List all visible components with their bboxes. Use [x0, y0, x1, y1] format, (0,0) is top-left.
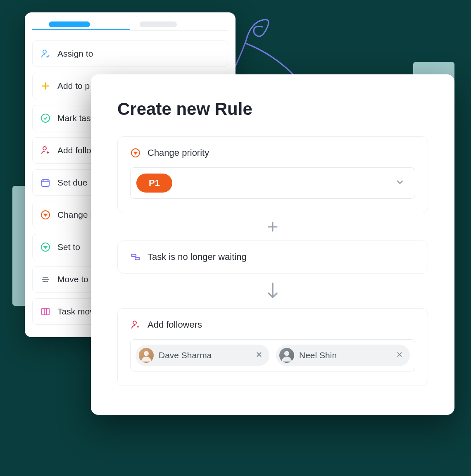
block-label: Add followers [147, 319, 202, 330]
chip-label: Dave Sharma [159, 350, 212, 360]
action-label: Add to p [57, 81, 90, 91]
chevron-down-icon [395, 177, 405, 189]
condition-block[interactable]: Task is no longer waiting [117, 240, 428, 274]
action-label: Mark tas [57, 113, 91, 123]
condition-label: Task is no longer waiting [147, 252, 247, 262]
priority-icon [40, 209, 51, 220]
add-followers-block: Add followers Dave Sharma Neel Shin [117, 308, 428, 386]
tabs-row [32, 21, 228, 27]
action-label: Change p [57, 210, 95, 220]
action-label: Assign to [57, 49, 93, 59]
svg-rect-9 [135, 257, 140, 259]
user-plus-icon [130, 319, 141, 330]
svg-rect-3 [42, 180, 49, 186]
waiting-icon [130, 252, 141, 262]
svg-point-2 [43, 147, 46, 150]
board-icon [40, 306, 51, 317]
chip-label: Neel Shin [299, 350, 337, 360]
flow-arrow-icon [117, 274, 428, 308]
followers-input[interactable]: Dave Sharma Neel Shin [130, 339, 415, 371]
block-label: Change priority [147, 148, 209, 158]
tab-active[interactable] [49, 21, 90, 27]
svg-point-11 [144, 351, 149, 356]
create-rule-panel: Create new Rule Change priority P1 [91, 74, 454, 415]
block-header-priority: Change priority [130, 148, 415, 158]
action-label: Set to [57, 242, 80, 252]
action-label: Set due [57, 178, 87, 188]
dropdown-circle-icon [40, 242, 51, 252]
check-circle-icon [40, 113, 51, 124]
user-plus-icon [40, 145, 51, 156]
avatar [279, 348, 294, 363]
svg-point-0 [43, 50, 46, 53]
block-header-condition: Task is no longer waiting [130, 252, 415, 262]
add-step-button[interactable] [117, 213, 428, 240]
action-label: Move to [57, 274, 88, 284]
follower-chip: Neel Shin [276, 345, 410, 366]
change-priority-block: Change priority P1 [117, 136, 428, 213]
svg-rect-6 [42, 308, 49, 315]
svg-rect-8 [131, 255, 136, 257]
priority-icon [130, 148, 141, 158]
avatar [139, 348, 154, 363]
priority-pill: P1 [136, 174, 172, 193]
plus-icon [40, 81, 51, 91]
panel-title: Create new Rule [117, 99, 428, 119]
block-header-followers: Add followers [130, 319, 415, 330]
priority-select[interactable]: P1 [130, 167, 415, 199]
svg-point-12 [284, 351, 289, 356]
list-icon [40, 274, 51, 285]
remove-chip-button[interactable] [396, 350, 403, 360]
action-assign-to[interactable]: Assign to [32, 40, 228, 67]
action-label: Task mov [57, 307, 94, 317]
action-label: Add follo [57, 145, 91, 155]
svg-point-10 [133, 321, 136, 324]
tab-separator [32, 30, 228, 31]
user-assign-icon [40, 48, 51, 59]
svg-point-1 [41, 114, 50, 122]
tab-inactive[interactable] [140, 21, 177, 27]
calendar-icon [40, 177, 51, 188]
remove-chip-button[interactable] [255, 350, 263, 360]
follower-chip: Dave Sharma [136, 345, 269, 366]
